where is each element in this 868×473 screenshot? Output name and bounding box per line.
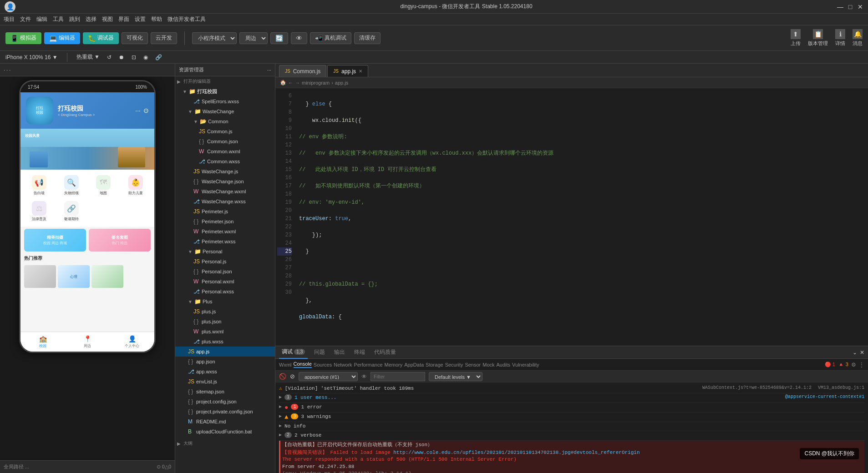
nearby-select[interactable]: 周边 bbox=[239, 32, 268, 44]
phone-icon-map[interactable]: 🗺 地图 bbox=[88, 173, 119, 197]
file-personal-wxml[interactable]: W Personal.wxml bbox=[175, 277, 275, 287]
breadcrumb-back[interactable]: ← bbox=[288, 80, 293, 86]
console-clear-icon[interactable]: 🚫 bbox=[279, 373, 286, 380]
menu-item-tools[interactable]: 工具 bbox=[53, 15, 64, 23]
file-wastechange-json[interactable]: { } WasteChange.json bbox=[175, 176, 275, 186]
preview-button[interactable]: 👁 bbox=[291, 32, 307, 44]
message-button[interactable]: 🔔 消息 bbox=[853, 29, 863, 47]
warning-expand[interactable]: ▶ bbox=[279, 413, 282, 419]
log-level-select[interactable]: Default levels ▼ bbox=[429, 372, 482, 381]
subtab-audits[interactable]: Audits bbox=[497, 362, 511, 367]
file-panel-more[interactable]: ··· bbox=[267, 67, 271, 73]
file-plus-js[interactable]: JS plus.js bbox=[175, 307, 275, 317]
simulator-toggle[interactable]: 📱 模拟器 bbox=[5, 32, 41, 44]
console-tab-output[interactable]: 输出 bbox=[331, 346, 348, 359]
phone-nav-campus[interactable]: 🏫 校园 bbox=[20, 335, 65, 348]
file-app-wxss[interactable]: ⎇ app.wxss bbox=[175, 367, 275, 377]
menu-item-view[interactable]: 视图 bbox=[102, 15, 113, 23]
console-tab-terminal[interactable]: 终端 bbox=[351, 346, 368, 359]
file-project-private[interactable]: { } project.private.config.json bbox=[175, 407, 275, 417]
inspect-button[interactable]: ◉ bbox=[143, 54, 148, 60]
compile-button[interactable]: 🔄 bbox=[270, 32, 288, 44]
file-wastechange-js[interactable]: JS WasteChange.js bbox=[175, 166, 275, 176]
subtab-storage[interactable]: Storage bbox=[426, 362, 443, 367]
console-close-icon[interactable]: ✕ bbox=[860, 349, 864, 356]
file-root-folder[interactable]: ▼ 📁 打珏校园 bbox=[175, 86, 275, 96]
file-folder-personal[interactable]: ▼ 📁 Personal bbox=[175, 247, 275, 257]
mode-select[interactable]: 小程序模式 bbox=[192, 32, 237, 44]
file-plus-wxml[interactable]: W plus.wxml bbox=[175, 327, 275, 337]
detail-button[interactable]: ℹ 详情 bbox=[835, 29, 845, 47]
hotreload-select[interactable]: 热重载 ▼ bbox=[76, 53, 100, 61]
breadcrumb-appjs[interactable]: app.js bbox=[335, 80, 348, 86]
file-personal-js[interactable]: JS Personal.js bbox=[175, 257, 275, 267]
clearcache-button[interactable]: 清缓存 bbox=[354, 32, 381, 44]
subtab-console[interactable]: Console bbox=[294, 361, 312, 368]
version-button[interactable]: 📋 版本管理 bbox=[808, 29, 828, 47]
console-tab-debug[interactable]: 调试 1,3 bbox=[279, 346, 308, 359]
console-collapse-icon[interactable]: ⌄ bbox=[853, 349, 857, 356]
code-content[interactable]: } else { wx.cloud.init({ // env 参数说明: //… bbox=[294, 88, 868, 346]
file-wastechange-wxml[interactable]: W WasteChange.wxml bbox=[175, 186, 275, 196]
console-settings-icon[interactable]: ⚙ bbox=[851, 362, 856, 368]
file-common-js[interactable]: JS Common.js bbox=[175, 126, 275, 136]
file-perimeter-wxml[interactable]: W Perimeter.wxml bbox=[175, 226, 275, 236]
appservice-select[interactable]: appservice (#1) bbox=[299, 372, 358, 381]
phone-card-photo[interactable]: 精美拍摄 校园 周边 商城 bbox=[24, 229, 86, 252]
menu-item-goto[interactable]: 跳到 bbox=[69, 15, 80, 23]
link-button[interactable]: 🔗 bbox=[155, 54, 162, 60]
maximize-button[interactable]: □ bbox=[847, 4, 853, 10]
file-sitemap-json[interactable]: { } sitemap.json bbox=[175, 387, 275, 397]
tab-common-js[interactable]: JS Common.js bbox=[279, 65, 326, 77]
file-perimeter-js[interactable]: JS Perimeter.js bbox=[175, 206, 275, 216]
file-common-wxss[interactable]: ⎇ Common.wxss bbox=[175, 156, 275, 166]
file-common-wxml[interactable]: W Common.wxml bbox=[175, 146, 275, 156]
menu-item-file[interactable]: 文件 bbox=[20, 15, 31, 23]
file-section-open-editors[interactable]: ▶ 打开的编辑器 bbox=[175, 76, 275, 86]
phone-icon-lostfound[interactable]: 🔍 失物招领 bbox=[56, 173, 87, 197]
file-wastechange-wxss[interactable]: ⎇ WasteChange.wxss bbox=[175, 196, 275, 206]
file-app-json[interactable]: { } app.json bbox=[175, 357, 275, 367]
phone-card-signature[interactable]: 签名套图 热门 精选 bbox=[89, 229, 151, 252]
file-readme[interactable]: M README.md bbox=[175, 417, 275, 427]
file-common-json[interactable]: { } Common.json bbox=[175, 136, 275, 146]
verbose-expand[interactable]: ▶ bbox=[279, 432, 282, 438]
violation-source2[interactable]: VM13_asdebug.js:1 bbox=[818, 385, 864, 390]
menu-item-select[interactable]: 选择 bbox=[86, 15, 96, 23]
subtab-security[interactable]: Security bbox=[445, 362, 463, 367]
user-msg-source[interactable]: @appservice-current-context#1 bbox=[785, 394, 864, 399]
subtab-performance[interactable]: Performance bbox=[354, 362, 383, 367]
subtab-network[interactable]: Network bbox=[334, 362, 352, 367]
menu-item-edit[interactable]: 编辑 bbox=[36, 15, 47, 23]
violation-source[interactable]: WASubContext.js?t=we-85254689&v=2.14.1:2 bbox=[702, 385, 812, 390]
error-expand[interactable]: ▶ bbox=[279, 404, 282, 409]
console-tab-quality[interactable]: 代码质量 bbox=[371, 346, 399, 359]
file-app-js[interactable]: JS app.js bbox=[175, 347, 275, 357]
realtest-button[interactable]: 📲 真机调试 bbox=[310, 32, 351, 44]
subtab-vulnerability[interactable]: Vulnerability bbox=[512, 362, 539, 367]
visual-toggle[interactable]: 可视化 bbox=[122, 32, 148, 44]
file-plus-json[interactable]: { } plus.json bbox=[175, 317, 275, 327]
phone-icon-children[interactable]: 👶 助力儿童 bbox=[121, 173, 151, 197]
file-perimeter-json[interactable]: { } Perimeter.json bbox=[175, 216, 275, 226]
file-personal-wxss[interactable]: ⎇ Personal.wxss bbox=[175, 287, 275, 297]
file-envlist-js[interactable]: JS envList.js bbox=[175, 377, 275, 387]
subtab-appdata[interactable]: AppData bbox=[404, 362, 424, 367]
subtab-memory[interactable]: Memory bbox=[385, 362, 403, 367]
phone-nav-profile[interactable]: 👤 个人中心 bbox=[110, 335, 154, 348]
phone-icon-bulletinboard[interactable]: 📢 告白墙 bbox=[24, 173, 55, 197]
console-more-icon[interactable]: ⋮ bbox=[859, 362, 864, 368]
console-pause-icon[interactable]: ⊘ bbox=[290, 373, 295, 380]
cloud-toggle[interactable]: 云开发 bbox=[151, 32, 177, 44]
file-upload-bat[interactable]: B uploadCloudFunction.bat bbox=[175, 427, 275, 437]
phone-icon-law[interactable]: ⚖ 法律普及 bbox=[24, 199, 55, 223]
console-filter-input[interactable] bbox=[371, 372, 425, 381]
screenshot-button[interactable]: ⊡ bbox=[132, 54, 136, 60]
file-personal-json[interactable]: { } Personal.json bbox=[175, 267, 275, 277]
subtab-mock[interactable]: Mock bbox=[482, 362, 494, 367]
refresh-button[interactable]: ↺ bbox=[107, 54, 112, 60]
phone-nav-nearby[interactable]: 📍 周边 bbox=[65, 335, 110, 348]
phone-icon-pending[interactable]: 🔗 敬请期待 bbox=[56, 199, 87, 223]
tab-close-app-js[interactable]: ✕ bbox=[359, 69, 362, 74]
breadcrumb-nav[interactable]: 🏠 bbox=[280, 80, 286, 86]
